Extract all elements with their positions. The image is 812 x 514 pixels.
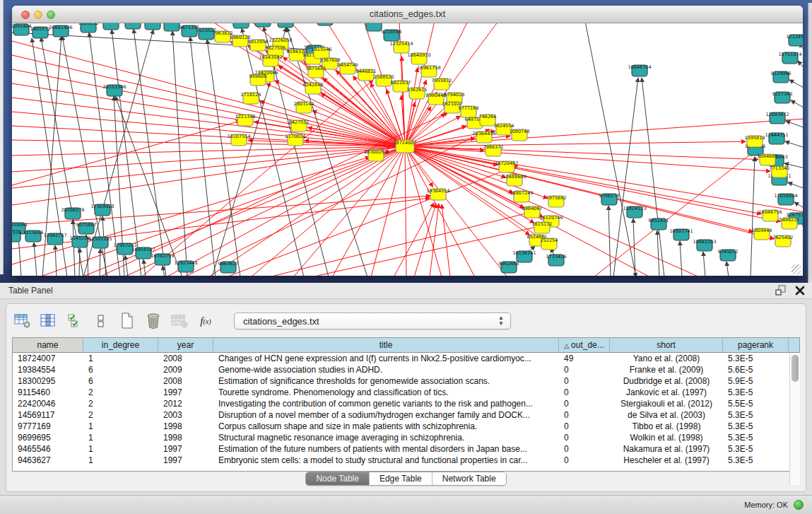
graph-node[interactable]: 16720407 — [495, 160, 518, 173]
graph-node[interactable]: 9777169 — [459, 105, 479, 117]
function-builder-icon[interactable]: f(x) — [196, 312, 215, 330]
graph-node[interactable]: 17016504 — [774, 193, 797, 205]
graph-node[interactable]: 20206576 — [61, 207, 84, 219]
table-row[interactable]: 946554611997Estimation of the future num… — [13, 443, 799, 455]
graph-node[interactable]: 2091404 — [12, 23, 31, 35]
graph-node[interactable]: 8427552 — [289, 119, 310, 132]
graph-node[interactable]: 1112453 — [787, 34, 803, 46]
table-selector-combobox[interactable]: citations_edges.txt ▲▼ — [234, 313, 511, 329]
graph-node[interactable]: 9505136 — [78, 23, 99, 33]
graph-node[interactable]: 12093872 — [765, 112, 789, 124]
float-panel-icon[interactable] — [775, 285, 787, 296]
graph-node[interactable]: 16782759 — [151, 253, 174, 265]
graph-node[interactable]: 1883130 — [315, 23, 336, 25]
table-row[interactable]: 1456911722003Disruption of a novel membe… — [13, 409, 799, 421]
network-canvas[interactable]: 2091404140557220691406950513610053237152… — [12, 23, 803, 276]
graph-node[interactable]: 5498222 — [779, 217, 800, 229]
graph-node[interactable]: 16961758 — [417, 65, 440, 77]
table-row[interactable]: 911546021997Tourette syndrome. Phenomeno… — [13, 387, 799, 398]
graph-node[interactable]: 1809949 — [752, 228, 772, 240]
graph-node[interactable]: 1405572 — [30, 26, 51, 38]
graph-node[interactable]: 20153346 — [102, 84, 126, 96]
graph-node[interactable]: 391534 — [12, 230, 21, 242]
table-mode-icon[interactable] — [13, 312, 32, 330]
column-header-short[interactable]: short — [610, 338, 723, 352]
graph-node[interactable]: 9075887 — [76, 222, 97, 234]
graph-node[interactable]: 1005323 — [276, 23, 296, 28]
column-header-name[interactable]: name — [13, 338, 83, 352]
graph-node[interactable]: 1733426 — [546, 254, 567, 266]
graph-node[interactable]: 9227343 — [772, 91, 793, 103]
graph-node[interactable]: 1595819 — [745, 135, 765, 147]
graph-node[interactable]: 10688609 — [502, 174, 526, 186]
graph-node[interactable]: 17359928 — [90, 204, 114, 216]
graph-node[interactable]: 2803144 — [294, 101, 314, 113]
tab-network-table[interactable]: Network Table — [433, 472, 506, 485]
graph-node[interactable]: 15824123 — [623, 206, 646, 218]
graph-node[interactable]: 16648784 — [628, 64, 651, 76]
graph-node[interactable]: 12444151 — [765, 132, 788, 144]
column-header-year[interactable]: year — [158, 338, 213, 352]
graph-node[interactable]: 10053237 — [99, 23, 122, 30]
column-header-title[interactable]: title — [213, 338, 559, 352]
graph-node[interactable]: 7625402 — [773, 235, 794, 247]
graph-node[interactable]: 19384554 — [426, 188, 449, 200]
graph-node[interactable]: 1094665 — [758, 153, 778, 165]
graph-node[interactable]: 7986372 — [483, 144, 504, 156]
column-header-pagerank[interactable]: pagerank — [723, 338, 789, 352]
delete-column-icon[interactable] — [144, 312, 163, 330]
window-titlebar[interactable]: citations_edges.txt — [12, 6, 803, 23]
graph-node[interactable]: 7975692 — [546, 195, 567, 207]
graph-node[interactable]: 9952465 — [499, 261, 519, 273]
window-resize-grip[interactable] — [792, 264, 801, 274]
graph-node[interactable]: 989608 — [249, 74, 267, 86]
row-height-icon[interactable] — [92, 312, 110, 330]
graph-node[interactable]: 9242848 — [303, 82, 324, 94]
graph-node[interactable]: 9245012 — [718, 249, 739, 261]
select-rows-icon[interactable] — [66, 312, 84, 330]
graph-node[interactable]: 2718126 — [241, 92, 261, 104]
graph-node[interactable]: 1145194 — [70, 235, 90, 247]
table-row[interactable]: 2242004622012Investigating the contribut… — [13, 398, 799, 409]
table-row[interactable]: 946362711997Embryonic stem cells: a mode… — [13, 455, 799, 466]
graph-node[interactable]: 9796178 — [599, 193, 620, 205]
graph-node[interactable]: 7955812 — [432, 78, 452, 90]
tab-edge-table[interactable]: Edge Table — [370, 472, 433, 485]
table-row[interactable]: 1938455462009Genome-wide association stu… — [13, 364, 799, 375]
close-panel-icon[interactable] — [795, 286, 805, 296]
graph-node[interactable]: 9129966 — [771, 71, 792, 83]
graph-node[interactable]: 18640910 — [407, 52, 430, 64]
graph-node[interactable]: 1080748 — [510, 129, 530, 141]
graph-node[interactable]: 252254 — [541, 238, 558, 250]
table-vertical-scrollbar[interactable] — [789, 353, 800, 485]
graph-node[interactable]: 16093741 — [669, 228, 693, 240]
graph-node[interactable]: 18724007 — [393, 140, 416, 153]
new-column-icon[interactable] — [118, 312, 136, 330]
graph-node[interactable]: 5875685 — [306, 66, 326, 78]
graph-node[interactable]: 1221398 — [235, 114, 256, 126]
graph-node[interactable]: 12325419 — [389, 41, 413, 53]
table-row[interactable]: 977716911998Corpus callosum shape and si… — [13, 421, 799, 432]
table-row[interactable]: 1830029562008Estimation of significance … — [13, 375, 799, 387]
graph-node[interactable]: 1115686 — [23, 230, 44, 242]
graph-node[interactable]: 8454749 — [338, 62, 358, 74]
table-row[interactable]: 1872400712008Changes of HCN gene express… — [13, 353, 799, 364]
select-columns-icon[interactable] — [40, 312, 58, 330]
memory-ok-indicator[interactable] — [794, 500, 804, 510]
graph-node[interactable]: 16033809 — [229, 23, 252, 28]
graph-node[interactable]: 1615132 — [532, 221, 553, 233]
table-row[interactable]: 969969511998Structural magnetic resonanc… — [13, 432, 799, 443]
graph-node[interactable]: 7713345 — [770, 165, 790, 177]
column-header-in-degree[interactable]: in_degree — [83, 338, 158, 352]
graph-node[interactable]: 18807249 — [510, 190, 533, 202]
graph-node[interactable]: 10842203 — [693, 239, 716, 251]
graph-node[interactable]: 9463627 — [218, 261, 239, 273]
column-header-out-degree[interactable]: △out_de... — [559, 338, 610, 352]
scrollbar-thumb[interactable] — [792, 355, 799, 382]
tab-node-table[interactable]: Node Table — [306, 472, 370, 485]
graph-node[interactable]: 1170024 — [286, 134, 306, 146]
graph-node[interactable]: 1362615 — [407, 87, 428, 99]
graph-node[interactable]: 9218586 — [382, 29, 402, 41]
graph-node[interactable]: 8852421 — [649, 218, 669, 230]
graph-node[interactable]: 20364436 — [472, 131, 495, 143]
